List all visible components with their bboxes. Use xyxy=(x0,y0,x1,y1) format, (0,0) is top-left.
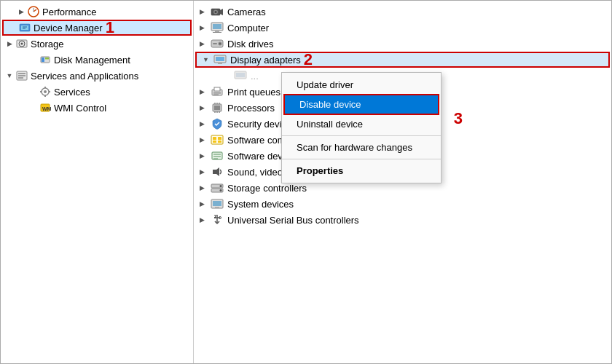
svg-rect-12 xyxy=(45,58,49,60)
print-queues-icon xyxy=(210,86,224,98)
left-pane: ▶ Performance xyxy=(1,1,194,363)
storage-controllers-icon xyxy=(210,182,224,194)
svg-rect-33 xyxy=(213,32,221,33)
svg-rect-45 xyxy=(213,92,221,94)
svg-rect-56 xyxy=(213,137,216,140)
svg-point-36 xyxy=(219,43,221,44)
svg-rect-46 xyxy=(213,95,219,96)
device-manager-window: ▶ Performance xyxy=(0,0,612,364)
ctx-separator-1 xyxy=(282,135,441,136)
ctx-update-driver[interactable]: Update driver xyxy=(282,76,441,94)
sidebar-item-performance[interactable]: ▶ Performance xyxy=(12,4,193,20)
security-devices-icon xyxy=(210,118,224,130)
svg-rect-72 xyxy=(214,217,216,218)
right-item-usb-controllers[interactable]: ▶ Universal Serial Bus controllers xyxy=(194,212,611,228)
svg-rect-42 xyxy=(236,73,245,77)
svg-rect-55 xyxy=(211,135,223,144)
chevron-icon: ▶ xyxy=(200,120,210,127)
right-item-system-devices[interactable]: ▶ System devices xyxy=(194,196,611,212)
right-label-storage-controllers: Storage controllers xyxy=(227,183,307,194)
svg-rect-13 xyxy=(45,60,49,63)
chevron-icon: ▼ xyxy=(203,56,213,63)
chevron-icon: ▶ xyxy=(200,24,210,31)
chevron-icon: ▶ xyxy=(200,200,210,207)
wmi-icon: WMI xyxy=(39,102,52,114)
sidebar-label-wmi: WMI Control xyxy=(54,103,106,114)
svg-text:WMI: WMI xyxy=(42,106,51,111)
right-pane: ▶ Cameras ▶ xyxy=(194,1,611,363)
svg-line-1 xyxy=(34,9,36,12)
right-item-display-adapters[interactable]: ▼ Display adapters 2 xyxy=(195,52,610,68)
svg-rect-70 xyxy=(213,201,221,206)
right-label-disk-drives: Disk drives xyxy=(227,39,274,50)
right-item-disk-drives[interactable]: ▶ Disk drives xyxy=(194,36,611,52)
svg-rect-58 xyxy=(213,141,216,143)
sidebar-label-performance: Performance xyxy=(42,7,96,17)
display-adapters-icon xyxy=(213,54,227,66)
device-manager-icon xyxy=(18,22,31,33)
badge-3: 3 xyxy=(454,109,463,128)
svg-point-67 xyxy=(220,185,222,187)
software-components-icon xyxy=(210,134,224,146)
sidebar-label-disk-management: Disk Management xyxy=(54,55,130,66)
svg-marker-64 xyxy=(213,167,219,176)
ctx-uninstall-device[interactable]: Uninstall device xyxy=(282,115,441,133)
right-label-computer: Computer xyxy=(227,23,269,33)
ctx-properties[interactable]: Properties xyxy=(282,162,441,180)
svg-rect-59 xyxy=(218,141,221,143)
svg-marker-29 xyxy=(220,9,223,15)
sidebar-item-services-apps[interactable]: ▼ Services and Applications xyxy=(1,68,193,84)
system-devices-icon xyxy=(210,198,224,210)
svg-rect-37 xyxy=(213,43,217,44)
content-area: ▶ Performance xyxy=(1,1,611,363)
sidebar-item-services[interactable]: Services xyxy=(24,84,193,100)
display-sub-icon xyxy=(233,70,248,82)
right-item-computer[interactable]: ▶ Computer xyxy=(194,20,611,36)
right-label-print-queues: Print queues xyxy=(227,87,280,98)
svg-rect-48 xyxy=(214,106,220,110)
chevron-icon: ▶ xyxy=(200,88,210,95)
sidebar-label-services-apps: Services and Applications xyxy=(31,71,138,82)
svg-rect-31 xyxy=(213,24,221,29)
ctx-disable-device[interactable]: Disable device xyxy=(283,94,439,115)
cameras-icon xyxy=(210,6,224,17)
svg-rect-11 xyxy=(42,58,44,62)
sidebar-item-wmi-control[interactable]: WMI WMI Control xyxy=(24,100,193,116)
chevron-icon: ▶ xyxy=(200,216,210,223)
svg-rect-44 xyxy=(214,87,220,91)
ctx-scan-hardware[interactable]: Scan for hardware changes xyxy=(282,138,441,157)
chevron-icon: ▶ xyxy=(200,152,210,159)
right-label-cameras: Cameras xyxy=(227,7,266,17)
svg-rect-57 xyxy=(218,137,221,140)
software-devices-icon xyxy=(210,150,224,162)
chevron-icon: ▶ xyxy=(15,8,27,15)
sidebar-label-device-manager: Device Manager xyxy=(34,23,103,33)
right-label-system-devices: System devices xyxy=(227,199,294,210)
badge-2: 2 xyxy=(304,50,313,69)
services-icon xyxy=(39,86,52,98)
svg-point-28 xyxy=(215,11,217,13)
svg-rect-32 xyxy=(215,31,219,32)
badge-1: 1 xyxy=(106,18,114,37)
chevron-icon: ▶ xyxy=(200,8,210,15)
svg-point-68 xyxy=(220,189,222,191)
chevron-icon: ▶ xyxy=(200,104,210,111)
performance-icon xyxy=(27,6,40,17)
sidebar-label-storage: Storage xyxy=(31,39,64,50)
right-item-cameras[interactable]: ▶ Cameras xyxy=(194,4,611,20)
svg-point-9 xyxy=(21,43,23,45)
chevron-icon: ▶ xyxy=(200,168,210,175)
svg-point-19 xyxy=(44,90,47,93)
right-label-processors: Processors xyxy=(227,103,275,114)
svg-rect-40 xyxy=(218,63,222,64)
sidebar-item-disk-management[interactable]: Disk Management xyxy=(24,52,193,68)
right-label-display-adapters: Display adapters xyxy=(230,55,301,66)
svg-rect-39 xyxy=(216,57,224,61)
sidebar-item-storage[interactable]: ▶ Storage xyxy=(1,36,193,52)
sidebar-item-device-manager[interactable]: Device Manager 1 xyxy=(2,20,192,36)
disk-management-icon xyxy=(39,54,52,66)
storage-icon xyxy=(15,38,28,50)
sidebar-label-services: Services xyxy=(54,87,90,98)
right-label-usb-controllers: Universal Serial Bus controllers xyxy=(227,215,359,226)
svg-rect-71 xyxy=(215,207,219,208)
